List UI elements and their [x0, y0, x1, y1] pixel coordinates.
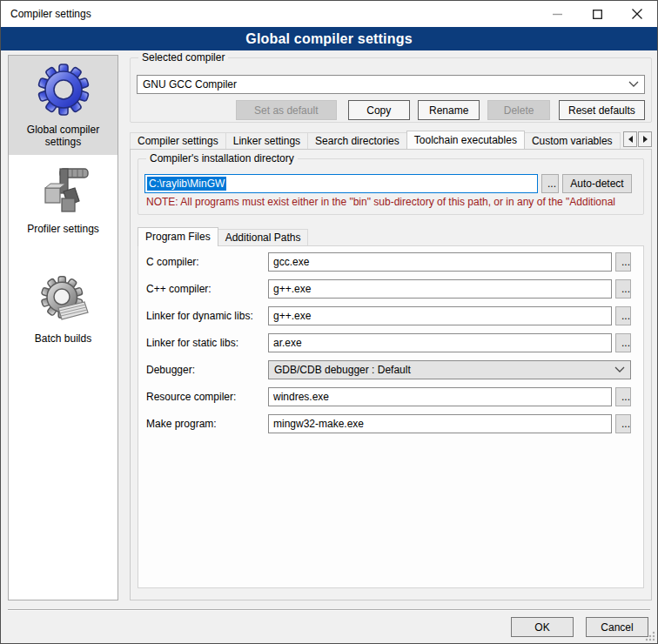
tab-toolchain-executables[interactable]: Toolchain executables — [406, 131, 525, 149]
window-title: Compiler settings — [1, 8, 537, 20]
make-program-label: Make program: — [146, 418, 268, 430]
resource-compiler-label: Resource compiler: — [146, 391, 268, 403]
tab-compiler-settings[interactable]: Compiler settings — [130, 132, 226, 149]
debugger-label: Debugger: — [146, 364, 268, 376]
linker-dynamic-label: Linker for dynamic libs: — [146, 310, 268, 322]
field-row-cpp-compiler: C++ compiler: ... — [146, 279, 643, 299]
c-compiler-input[interactable] — [268, 252, 612, 272]
settings-category-list: Global compiler settings Profiler settin… — [8, 55, 118, 600]
installation-directory-input[interactable]: C:\raylib\MinGW — [144, 174, 538, 193]
sidebar-item-profiler-settings[interactable]: Profiler settings — [9, 155, 118, 242]
titlebar: Compiler settings — [1, 1, 657, 27]
tab-scroll-arrows — [621, 131, 652, 147]
installation-directory-value: C:\raylib\MinGW — [147, 177, 226, 191]
dialog-body: Global compiler settings Profiler settin… — [1, 50, 657, 643]
linker-static-label: Linker for static libs: — [146, 337, 268, 349]
compiler-settings-dialog: Compiler settings Global compiler settin… — [0, 0, 658, 644]
footer-buttons: OK Cancel — [511, 617, 648, 637]
field-row-make-program: Make program: ... — [146, 414, 643, 433]
linker-static-input[interactable] — [268, 333, 612, 352]
cpp-compiler-label: C++ compiler: — [146, 283, 268, 295]
maximize-button[interactable] — [577, 1, 617, 27]
field-row-debugger: Debugger: GDB/CDB debugger : Default — [146, 360, 643, 379]
tab-scroll-left-button[interactable] — [623, 131, 637, 147]
auto-detect-button[interactable]: Auto-detect — [562, 174, 632, 193]
compiler-buttons-row: Set as default Copy Rename Delete Reset … — [236, 100, 645, 120]
cancel-button[interactable]: Cancel — [586, 617, 648, 637]
close-icon — [632, 9, 642, 19]
make-program-input[interactable] — [268, 414, 612, 433]
tab-custom-variables[interactable]: Custom variables — [524, 132, 621, 149]
caliper-icon — [36, 162, 91, 218]
dialog-banner: Global compiler settings — [1, 27, 657, 50]
footer-divider — [8, 609, 650, 611]
delete-button[interactable]: Delete — [487, 100, 549, 120]
c-compiler-label: C compiler: — [146, 256, 268, 268]
installation-directory-group: Compiler's installation directory C:\ray… — [138, 158, 644, 215]
debugger-select[interactable]: GDB/CDB debugger : Default — [268, 360, 631, 379]
field-row-c-compiler: C compiler: ... — [146, 252, 643, 272]
selected-compiler-label: Selected compiler — [138, 51, 228, 64]
rename-button[interactable]: Rename — [418, 100, 480, 120]
settings-tabstrip: Compiler settings Linker settings Search… — [130, 130, 652, 149]
compiler-select[interactable]: GNU GCC Compiler — [137, 75, 645, 94]
debugger-select-value: GDB/CDB debugger : Default — [274, 364, 614, 376]
cpp-compiler-browse-button[interactable]: ... — [615, 279, 631, 299]
maximize-icon — [593, 10, 602, 19]
sidebar-item-global-compiler-settings[interactable]: Global compiler settings — [9, 56, 118, 155]
program-files-tabstrip: Program Files Additional Paths — [138, 226, 644, 245]
arrow-left-icon — [628, 136, 633, 143]
c-compiler-browse-button[interactable]: ... — [615, 252, 631, 272]
sidebar-item-label: Batch builds — [10, 332, 116, 345]
close-button[interactable] — [617, 1, 657, 27]
make-program-browse-button[interactable]: ... — [615, 414, 631, 433]
banner-title: Global compiler settings — [245, 31, 413, 47]
set-as-default-button[interactable]: Set as default — [236, 100, 337, 120]
field-row-linker-static: Linker for static libs: ... — [146, 333, 643, 352]
toolchain-executables-page: Compiler's installation directory C:\ray… — [130, 149, 652, 600]
chevron-down-icon — [628, 81, 639, 88]
linker-static-browse-button[interactable]: ... — [615, 333, 631, 352]
compiler-select-value: GNU GCC Compiler — [143, 78, 628, 91]
resize-grip[interactable] — [645, 631, 655, 641]
reset-defaults-button[interactable]: Reset defaults — [559, 100, 645, 120]
sidebar-item-batch-builds[interactable]: Batch builds — [9, 265, 118, 352]
program-files-page: C compiler: ... C++ compiler: ... Linker… — [138, 245, 644, 588]
tab-additional-paths[interactable]: Additional Paths — [218, 229, 309, 245]
linker-dynamic-input[interactable] — [268, 306, 612, 325]
minimize-icon — [553, 10, 562, 19]
linker-dynamic-browse-button[interactable]: ... — [615, 306, 631, 325]
tab-program-files[interactable]: Program Files — [138, 227, 218, 246]
bin-subdirectory-note: NOTE: All programs must exist either in … — [146, 196, 635, 208]
chevron-down-icon — [614, 366, 625, 373]
gray-gear-stack-icon — [36, 272, 91, 327]
ok-button[interactable]: OK — [511, 617, 574, 637]
field-row-resource-compiler: Resource compiler: ... — [146, 387, 643, 406]
blue-gear-icon — [36, 63, 91, 118]
installation-directory-label: Compiler's installation directory — [146, 152, 298, 164]
cpp-compiler-input[interactable] — [268, 279, 612, 299]
browse-directory-button[interactable]: ... — [541, 174, 559, 193]
minimize-button[interactable] — [537, 1, 577, 27]
tab-search-directories[interactable]: Search directories — [307, 132, 407, 149]
main-panel: Selected compiler GNU GCC Compiler Set a… — [130, 55, 652, 600]
resource-compiler-input[interactable] — [268, 387, 612, 406]
tab-scroll-right-button[interactable] — [638, 131, 652, 147]
field-row-linker-dynamic: Linker for dynamic libs: ... — [146, 306, 643, 325]
sidebar-item-label: Global compiler settings — [10, 124, 116, 148]
sidebar-item-label: Profiler settings — [10, 223, 116, 235]
resource-compiler-browse-button[interactable]: ... — [615, 387, 631, 406]
tab-linker-settings[interactable]: Linker settings — [225, 132, 308, 149]
installation-directory-row: C:\raylib\MinGW ... Auto-detect — [144, 174, 637, 193]
copy-button[interactable]: Copy — [348, 100, 410, 120]
selected-compiler-group: Selected compiler GNU GCC Compiler Set a… — [130, 57, 652, 123]
arrow-right-icon — [643, 136, 648, 143]
